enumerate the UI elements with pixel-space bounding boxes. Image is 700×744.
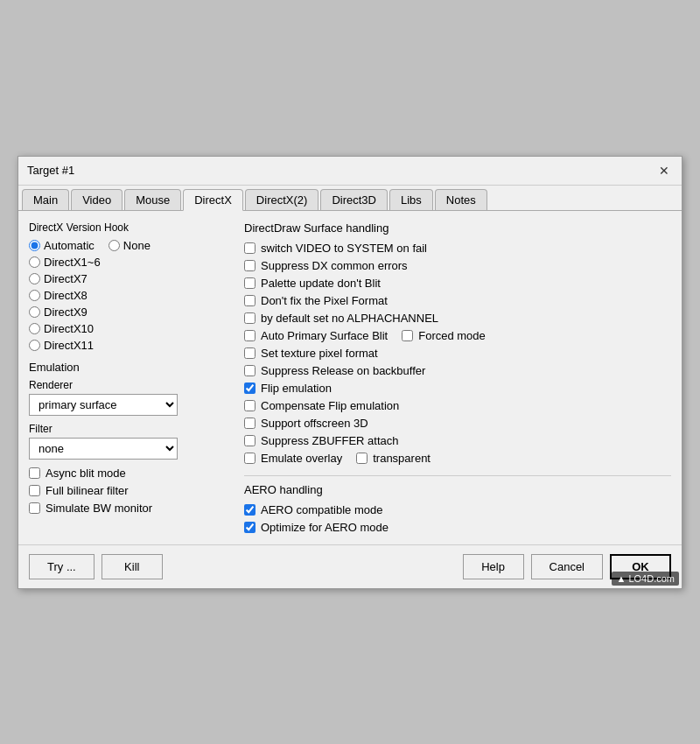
emulation-label: Emulation: [29, 361, 230, 374]
dd-surface-label: DirectDraw Surface handling: [244, 221, 671, 235]
emulation-section: Emulation Renderer primary surface backb…: [29, 361, 230, 515]
filter-select[interactable]: none bilinear bicubic: [29, 438, 178, 460]
tab-libs[interactable]: Libs: [389, 189, 433, 210]
check-aero-compatible[interactable]: AERO compatible mode: [244, 503, 671, 516]
radio-auto-none-row: Automatic None: [29, 239, 230, 252]
radio-dx16[interactable]: DirectX1~6: [29, 256, 230, 269]
tab-video[interactable]: Video: [71, 189, 122, 210]
auto-primary-row: Auto Primary Surface Blit Forced mode: [244, 329, 671, 342]
close-button[interactable]: ✕: [655, 162, 673, 179]
radio-dx8[interactable]: DirectX8: [29, 289, 230, 302]
radio-dx7[interactable]: DirectX7: [29, 272, 230, 285]
radio-none[interactable]: None: [108, 239, 150, 252]
version-hook-label: DirectX Version Hook: [29, 221, 230, 234]
check-texture-pixel[interactable]: Set texture pixel format: [244, 347, 671, 360]
radio-dx9[interactable]: DirectX9: [29, 305, 230, 319]
tab-main[interactable]: Main: [22, 189, 69, 210]
check-dont-fix-pixel[interactable]: Don't fix the Pixel Format: [244, 294, 671, 307]
radio-dx10[interactable]: DirectX10: [29, 322, 230, 335]
watermark: ▲ LO4D.com: [612, 572, 679, 586]
check-emulate-overlay[interactable]: Emulate overlay: [244, 452, 342, 465]
renderer-select[interactable]: primary surface backbuffer GDI: [29, 394, 178, 416]
check-switch-video[interactable]: switch VIDEO to SYSTEM on fail: [244, 242, 671, 255]
check-suppress-zbuffer[interactable]: Suppress ZBUFFER attach: [244, 434, 671, 447]
try-button[interactable]: Try ...: [29, 554, 94, 579]
dd-surface-checkboxes: switch VIDEO to SYSTEM on fail Suppress …: [244, 242, 671, 465]
check-flip-emulation[interactable]: Flip emulation: [244, 382, 671, 395]
tab-bar: Main Video Mouse DirectX DirectX(2) Dire…: [18, 186, 682, 211]
async-blit-checkbox[interactable]: Async blit mode: [29, 467, 230, 480]
check-suppress-release[interactable]: Suppress Release on backbuffer: [244, 364, 671, 377]
tab-notes[interactable]: Notes: [435, 189, 487, 210]
check-compensate-flip[interactable]: Compensate Flip emulation: [244, 399, 671, 412]
left-panel: DirectX Version Hook Automatic None: [29, 221, 230, 534]
tab-directx[interactable]: DirectX: [183, 189, 243, 211]
filter-label: Filter: [29, 423, 230, 435]
check-auto-primary[interactable]: Auto Primary Surface Blit: [244, 329, 388, 342]
version-radio-group: Automatic None DirectX1~6 DirectX7: [29, 239, 230, 352]
aero-section: AERO handling AERO compatible mode Optim…: [244, 475, 671, 534]
tab-directx2[interactable]: DirectX(2): [245, 189, 319, 210]
help-button[interactable]: Help: [463, 554, 524, 579]
radio-dx11[interactable]: DirectX11: [29, 339, 230, 352]
title-bar: Target #1 ✕: [18, 157, 682, 186]
window-title: Target #1: [27, 164, 74, 177]
check-no-alphachannel[interactable]: by default set no ALPHACHANNEL: [244, 312, 671, 325]
simulate-bw-checkbox[interactable]: Simulate BW monitor: [29, 502, 230, 515]
check-support-offscreen[interactable]: Support offscreen 3D: [244, 417, 671, 430]
check-forced-mode[interactable]: Forced mode: [402, 329, 486, 342]
check-transparent[interactable]: transparent: [356, 452, 430, 465]
bottom-bar: Try ... Kill Help Cancel OK: [18, 544, 682, 588]
aero-label: AERO handling: [244, 483, 671, 496]
kill-button[interactable]: Kill: [102, 554, 163, 579]
renderer-label: Renderer: [29, 379, 230, 391]
right-panel: DirectDraw Surface handling switch VIDEO…: [244, 221, 671, 534]
check-suppress-dx[interactable]: Suppress DX common errors: [244, 259, 671, 272]
radio-automatic[interactable]: Automatic: [29, 239, 94, 252]
full-bilinear-checkbox[interactable]: Full bilinear filter: [29, 484, 230, 497]
tab-mouse[interactable]: Mouse: [124, 189, 181, 210]
check-palette-update[interactable]: Palette update don't Blit: [244, 277, 671, 290]
main-window: Target #1 ✕ Main Video Mouse DirectX Dir…: [18, 156, 682, 589]
check-optimize-aero[interactable]: Optimize for AERO mode: [244, 521, 671, 534]
content-area: DirectX Version Hook Automatic None: [18, 211, 682, 544]
emulate-overlay-row: Emulate overlay transparent: [244, 452, 671, 465]
tab-direct3d[interactable]: Direct3D: [320, 189, 388, 210]
cancel-button[interactable]: Cancel: [531, 554, 603, 579]
